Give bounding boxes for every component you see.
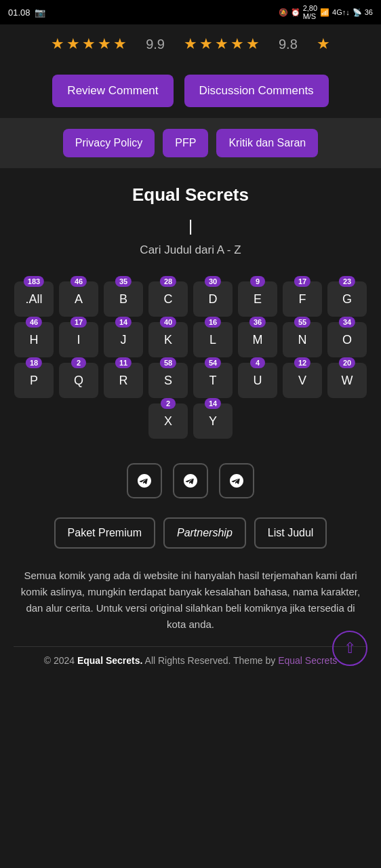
telegram-icon-2 <box>182 473 199 489</box>
telegram-icon-3 <box>228 473 245 489</box>
telegram-button-3[interactable] <box>219 463 254 498</box>
alpha-label-e: E <box>254 292 262 307</box>
alpha-badge-k: 40 <box>160 317 176 328</box>
search-section: Equal Secrets | Cari Judul dari A - Z <box>0 168 381 281</box>
alpha-btn-d[interactable]: 30D <box>193 281 233 317</box>
alpha-label-h: H <box>30 333 39 347</box>
star-4: ★ <box>98 35 111 53</box>
alpha-btn-h[interactable]: 46H <box>14 322 54 357</box>
battery-indicator: 36 <box>365 8 373 16</box>
alpha-btn-y[interactable]: 14Y <box>193 403 233 439</box>
alpha-label-b: B <box>119 292 127 307</box>
alpha-badge-c: 28 <box>160 276 176 287</box>
rating-score-2: 9.8 <box>279 37 298 52</box>
alpha-label-y: Y <box>209 414 217 429</box>
star-6: ★ <box>184 35 197 53</box>
speed-indicator: 2,80M/S <box>303 4 317 20</box>
alpha-btn-w[interactable]: 20W <box>327 363 367 398</box>
star-2: ★ <box>66 35 80 53</box>
alpha-label-p: P <box>30 374 38 388</box>
alpha-label-d: D <box>209 292 218 307</box>
alpha-badge-s: 58 <box>160 357 176 368</box>
star-7: ★ <box>199 35 213 53</box>
alpha-badge-l: 16 <box>205 317 221 328</box>
pfp-button[interactable]: PFP <box>163 129 208 157</box>
rating-bar: ★ ★ ★ ★ ★ 9.9 ★ ★ ★ ★ ★ 9.8 ★ <box>0 24 381 64</box>
alpha-label-o: O <box>342 333 352 347</box>
paket-premium-button[interactable]: Paket Premium <box>54 517 155 549</box>
alpha-badge-a: 46 <box>71 276 87 287</box>
alpha-badge-all: 183 <box>24 276 44 287</box>
alpha-btn-n[interactable]: 55N <box>283 322 322 357</box>
alpha-btn-e[interactable]: 9E <box>238 281 277 317</box>
alpha-btn-m[interactable]: 36M <box>238 322 277 357</box>
alpha-btn-s[interactable]: 58S <box>148 363 188 398</box>
alpha-badge-u: 4 <box>250 357 265 368</box>
telegram-button-2[interactable] <box>173 463 208 498</box>
partnership-button[interactable]: Partnership <box>163 517 246 549</box>
alpha-btn-r[interactable]: 11R <box>104 363 143 398</box>
alpha-label-g: G <box>342 292 352 307</box>
alpha-label-all: .All <box>25 292 42 307</box>
scroll-top-button[interactable]: ⇧ <box>332 631 367 666</box>
alphabet-grid: 183.All46A35B28C30D9E17F23G46H17I14J40K1… <box>0 281 381 450</box>
alpha-label-v: V <box>298 374 306 388</box>
alpha-badge-w: 20 <box>339 357 355 368</box>
comment-buttons-row: Review Comment Discussion Comments <box>0 64 381 118</box>
rating-score-1: 9.9 <box>146 37 165 52</box>
telegram-button-1[interactable] <box>127 463 162 498</box>
alpha-btn-p[interactable]: 18P <box>14 363 54 398</box>
search-cursor: | <box>14 216 367 235</box>
alpha-btn-x[interactable]: 2X <box>148 403 188 439</box>
alpha-btn-i[interactable]: 17I <box>59 322 98 357</box>
instagram-icon: 📷 <box>35 7 45 18</box>
alpha-btn-b[interactable]: 35B <box>104 281 143 317</box>
telegram-icon-1 <box>136 473 153 489</box>
star-1: ★ <box>51 35 64 53</box>
status-bar: 01.08 📷 🔕 ⏰ 2,80M/S 📶 4G↑↓ 📡 36 <box>0 0 381 24</box>
alpha-btn-o[interactable]: 34O <box>327 322 367 357</box>
footer-link[interactable]: Equal Secrets <box>278 655 337 666</box>
alarm-icon: ⏰ <box>291 8 300 17</box>
alpha-btn-v[interactable]: 12V <box>283 363 322 398</box>
alpha-btn-t[interactable]: 54T <box>193 363 233 398</box>
alpha-btn-all[interactable]: 183.All <box>14 281 54 317</box>
star-10: ★ <box>246 35 260 53</box>
alpha-btn-u[interactable]: 4U <box>238 363 277 398</box>
alpha-label-q: Q <box>74 374 83 388</box>
review-comment-button[interactable]: Review Comment <box>52 75 173 107</box>
kritik-button[interactable]: Kritik dan Saran <box>216 129 318 157</box>
search-title: Equal Secrets <box>14 184 367 205</box>
alpha-btn-k[interactable]: 40K <box>148 322 188 357</box>
alpha-label-j: J <box>121 333 127 347</box>
alpha-btn-q[interactable]: 2Q <box>59 363 98 398</box>
status-left: 01.08 📷 <box>8 7 45 18</box>
signal-icon: 📡 <box>353 8 362 17</box>
footer-copyright: © 2024 <box>44 655 77 666</box>
bell-icon: 🔕 <box>279 8 288 17</box>
alpha-label-m: M <box>253 333 263 347</box>
footer-rights: All Rights Reserved. Theme by <box>142 655 278 666</box>
alpha-btn-a[interactable]: 46A <box>59 281 98 317</box>
alpha-badge-p: 18 <box>26 357 42 368</box>
alpha-btn-j[interactable]: 14J <box>104 322 143 357</box>
alpha-badge-g: 23 <box>339 276 355 287</box>
network-4g-icon: 4G↑↓ <box>332 8 350 16</box>
list-judul-button[interactable]: List Judul <box>254 517 327 549</box>
alpha-btn-g[interactable]: 23G <box>327 281 367 317</box>
alpha-badge-n: 55 <box>294 317 310 328</box>
bottom-buttons-row: Paket Premium Partnership List Judul <box>0 512 381 562</box>
privacy-policy-button[interactable]: Privacy Policy <box>63 129 155 157</box>
search-hint: Cari Judul dari A - Z <box>14 243 367 257</box>
alpha-badge-y: 14 <box>205 398 221 409</box>
wifi-icon: 📶 <box>320 8 329 17</box>
alpha-btn-l[interactable]: 16L <box>193 322 233 357</box>
alpha-label-k: K <box>164 333 172 347</box>
alpha-label-i: I <box>77 333 80 347</box>
alpha-btn-f[interactable]: 17F <box>283 281 322 317</box>
star-5: ★ <box>113 35 127 53</box>
alpha-badge-v: 12 <box>294 357 310 368</box>
alpha-badge-q: 2 <box>71 357 86 368</box>
alpha-btn-c[interactable]: 28C <box>148 281 188 317</box>
discussion-comments-button[interactable]: Discussion Comments <box>184 75 329 107</box>
